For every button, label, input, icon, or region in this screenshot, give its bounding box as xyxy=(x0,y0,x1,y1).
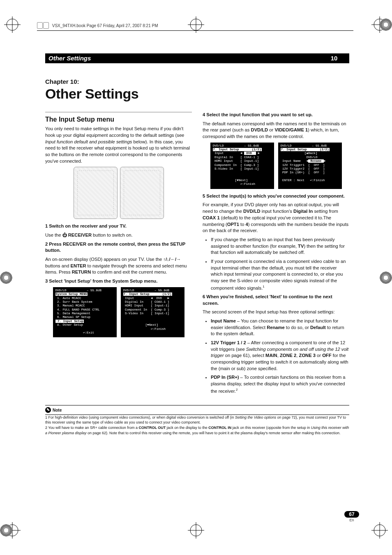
step-5-body: For example, if your DVD player only has… xyxy=(203,202,349,234)
step-3-head: 3 Select 'Input Setup' from the System S… xyxy=(45,278,192,285)
page-number: 67 xyxy=(344,511,359,518)
dpad-arrows-icon: ↑/↓/←/→ xyxy=(163,256,181,263)
step-4-head: 4 Select the input function that you wan… xyxy=(203,112,349,118)
footnotes: 1 For high-definition video (using compo… xyxy=(45,415,349,435)
step-1-body: Use the RECEIVER button to switch on. xyxy=(45,232,192,239)
footnote-ref-1: 1 xyxy=(263,285,264,288)
step-5-head: 5 Select the input(s) to which you've co… xyxy=(203,193,349,200)
step6-options: Input Name – You can choose to rename th… xyxy=(203,318,349,394)
step5-bullets: If you change the setting to an input th… xyxy=(203,237,349,291)
osd-row-step4: DVD/LD – 55.0dB 7. Input Setup (1/2) Inp… xyxy=(203,143,349,189)
print-donut-icon xyxy=(380,18,392,31)
note-icon: ✎ xyxy=(45,407,51,413)
cropmark-icon xyxy=(188,522,204,539)
note-separator xyxy=(45,405,349,405)
two-column-layout: The Input Setup menu You only need to ma… xyxy=(45,112,349,397)
page-language: En xyxy=(344,518,359,522)
manual-page: VSX_94TXH.book Page 67 Friday, April 27,… xyxy=(0,0,392,555)
book-header-text: VSX_94TXH.book Page 67 Friday, April 27,… xyxy=(52,23,158,28)
intro-paragraph: You only need to make settings in the In… xyxy=(45,126,192,164)
page-content: Other Settings 10 Chapter 10: Other Sett… xyxy=(45,53,349,436)
note-badge: ✎ Note xyxy=(45,407,62,413)
power-icon xyxy=(62,233,67,237)
remote-illustration xyxy=(45,167,192,219)
footnote-2: 2 You will have to make an SR+ cable con… xyxy=(45,425,349,435)
right-column: 4 Select the input function that you wan… xyxy=(203,112,349,397)
step-4-body: The default names correspond with the na… xyxy=(203,121,349,140)
step-2-body: An on-screen display (OSD) appears on yo… xyxy=(45,256,192,276)
footnote-1: 1 For high-definition video (using compo… xyxy=(45,415,349,425)
step-6-body: The second screen of the Input setup has… xyxy=(203,309,349,315)
section-title: Other Settings xyxy=(48,55,91,62)
list-item: Input Name – You can choose to rename th… xyxy=(211,318,349,337)
section-number-pill: 10 xyxy=(319,53,349,63)
list-item: If your component is connected via a com… xyxy=(211,258,349,291)
footnote-ref-2: 2 xyxy=(236,388,238,391)
chapter-title: Other Settings xyxy=(45,86,349,102)
osd-input-setup-dvd: DVD/LD – 55.0dB 7. Input Setup (1/2) Inp… xyxy=(210,143,274,189)
remote-right-illustration xyxy=(120,167,164,219)
osd-row-step3: DVD/LD – 55.0dB System Setup MENU 1. Aut… xyxy=(45,287,192,338)
framemaker-header: VSX_94TXH.book Page 67 Friday, April 27,… xyxy=(37,22,353,31)
input-setup-heading: The Input Setup menu xyxy=(45,112,192,124)
step-1-head: 1 Switch on the receiver and your TV. xyxy=(45,223,192,230)
cropmark-icon xyxy=(4,16,21,33)
chapter-label: Chapter 10: xyxy=(45,78,349,85)
remote-left-illustration xyxy=(74,167,118,219)
step-6-head: 6 When you're finished, select 'Next' to… xyxy=(203,294,349,306)
osd-input-setup-page1: DVD/LD – 55.0dB 7. Input Setup (1/2) Inp… xyxy=(121,287,184,338)
step-2-head: 2 Press RECEIVER on the remote control, … xyxy=(45,241,192,254)
osd-input-setup-page2: DVD/LD – 55.0dB 7. Input Setup (2/2) [▲B… xyxy=(278,143,342,189)
print-donut-icon xyxy=(0,524,12,537)
print-donut-icon xyxy=(0,272,12,284)
note-label: Note xyxy=(53,408,62,412)
cropmark-icon xyxy=(371,522,388,539)
book-icon xyxy=(37,22,49,30)
list-item: PDP In (SR+) – To control certain functi… xyxy=(211,374,349,394)
left-column: The Input Setup menu You only need to ma… xyxy=(45,112,192,397)
osd-system-setup: DVD/LD – 55.0dB System Setup MENU 1. Aut… xyxy=(53,287,117,338)
list-item: If you change the setting to an input th… xyxy=(211,237,349,256)
section-header-bar: Other Settings 10 xyxy=(45,53,349,63)
print-donut-icon xyxy=(380,272,392,284)
page-number-badge: 67 En xyxy=(344,511,359,522)
list-item: 12V Trigger 1 / 2 – After connecting a c… xyxy=(211,340,349,372)
